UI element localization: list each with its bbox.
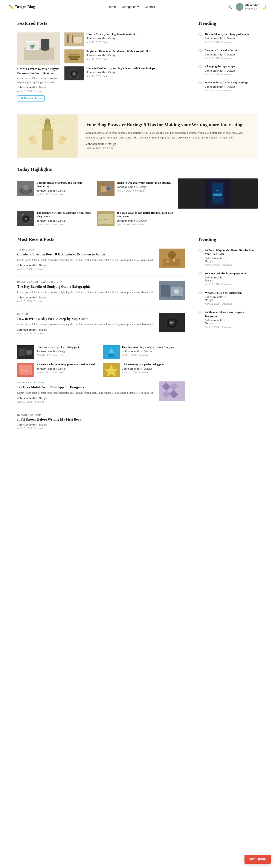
trending-bottom-item[interactable]: 04. 18 Photo & Video Ideas to Spark Insp… (198, 311, 258, 330)
highlight-item-img[interactable]: Classic (178, 179, 258, 209)
trending-info-2: 5 ways to fix a leaky faucet Johnson smi… (205, 49, 237, 61)
featured-item-author-1: Johnson smith in Design (87, 37, 140, 40)
recent-article-sports[interactable]: SPORTS AND FITNESS Ivy Goes Mobile With … (17, 381, 185, 409)
recent-col: Most Recent Posts TECHNOLOGY Curated Col… (17, 237, 185, 440)
user-info: Alexander Blog Writer (245, 3, 259, 10)
featured-item-title-3: Home to Customize your blog's theme with… (87, 66, 155, 70)
article-2-content: BASED ON YOUR READING HISTORY The Key Be… (17, 281, 156, 304)
article-2-excerpt: Lorem ipsum dolor sit amet consectetur a… (17, 290, 156, 294)
featured-item-meta-3: April 13, 2020 6min read (87, 75, 155, 78)
svg-rect-16 (70, 59, 78, 60)
svg-rect-23 (42, 129, 53, 150)
small-card-title-2: How to run a Blog lead generation Analys… (122, 345, 174, 349)
trending-bottom-item[interactable]: 02. How to Optimize for on-page SEO. Joh… (198, 272, 258, 287)
svg-rect-15 (68, 56, 80, 58)
search-icon[interactable]: 🔍 (228, 5, 232, 9)
svg-rect-81 (108, 353, 114, 358)
recent-article-1[interactable]: TECHNOLOGY Curated Collection Post : 8 E… (17, 249, 185, 277)
trending-item[interactable]: 04. Write an intro (make it captivating)… (198, 81, 258, 94)
dark-mode-icon[interactable]: 🌙 (262, 5, 266, 9)
banner-author: Johnson smith in Design (86, 143, 249, 146)
highlight-title-2: Home to Organize your content in an outl… (117, 181, 171, 185)
featured-list-img-3 (64, 66, 84, 81)
trending-bottom-list: 01. 10 Fresh Ways to Get Better Results … (198, 249, 258, 330)
highlight-img-4: NIKON (17, 211, 34, 226)
trending-list: 01. How to Identify first blog post's to… (198, 32, 258, 94)
trending-item[interactable]: 03. Changing the topic scope Johnson smi… (198, 65, 258, 78)
small-card-1[interactable]: Home to write High-Level blog posts John… (17, 345, 99, 359)
trending-top-col: Trending 01. How to Identify first blog … (198, 21, 258, 106)
svg-text:NIKON: NIKON (22, 214, 27, 216)
trending-item[interactable]: 02. 5 ways to fix a leaky faucet Johnson… (198, 49, 258, 61)
banner-meta: April 13, 2020 6min read (86, 147, 249, 149)
featured-item-info-3: Home to Customize your blog's theme with… (87, 66, 155, 79)
trending-info-4: Write an intro (make it captivating). Jo… (205, 81, 248, 94)
featured-trending-section: Featured Posts (17, 21, 258, 106)
featured-big-title: How to Create Detailed Buyer Personas fo… (17, 67, 60, 75)
banner-svg (20, 116, 75, 157)
article-1-content: TECHNOLOGY Curated Collection Post : 8 E… (17, 249, 156, 272)
trending-item[interactable]: 01. How to Identify first blog post's to… (198, 32, 258, 45)
featured-top: How to Create Detailed Buyer Personas fo… (17, 32, 185, 101)
nav-home[interactable]: Home (108, 5, 116, 9)
recent-article-3[interactable]: CULTURE How to Write a Blog Post: A Step… (17, 313, 185, 341)
nav-contact[interactable]: Contact (145, 5, 155, 9)
svg-point-70 (174, 289, 179, 294)
featured-big-info: How to Create Detailed Buyer Personas fo… (17, 67, 60, 101)
small-card-4[interactable]: The Anatomy of a perfect Blog post Johns… (103, 363, 185, 377)
list-item[interactable]: Home to Customize your blog's theme with… (64, 66, 155, 81)
pen-icon: ✏️ (9, 4, 14, 9)
highlights-grid: Edit/proofread your post, and fix your f… (17, 179, 258, 230)
svg-text:BLOG: BLOG (22, 369, 27, 371)
featured-item-info-1: How to Create your blog domain make it l… (87, 32, 140, 45)
trending-bottom-item[interactable]: 01. 10 Fresh Ways to Get Better Results … (198, 249, 258, 268)
small-card-info-3: 9 Reasons why your Blog posts are Hard t… (37, 363, 95, 375)
small-card-img-1 (17, 345, 34, 359)
nav-categories[interactable]: Categories ▾ (122, 5, 139, 9)
trending-bottom-title: Trending (198, 237, 216, 244)
featured-big-image (17, 32, 60, 65)
featured-title: Featured Posts (17, 21, 47, 28)
small-card-img-2 (103, 345, 120, 359)
svg-point-50 (216, 203, 219, 205)
logo-text: Design Blog (15, 5, 35, 9)
featured-item-info-2: Register a Domain or Subdomain With a We… (87, 50, 151, 62)
site-logo[interactable]: ✏️ Design Blog (9, 4, 35, 9)
all-featured-btn[interactable]: All Featured Posts (17, 95, 45, 101)
highlight-item[interactable]: Home to Organize your content in an outl… (97, 179, 177, 209)
featured-big-post[interactable]: How to Create Detailed Buyer Personas fo… (17, 32, 60, 101)
highlight-item[interactable]: Blog Tips 10 Fresh Ways to Get Better Re… (97, 209, 177, 230)
article-2-img (159, 281, 185, 300)
banner-section[interactable]: Your Blog Posts are Boring: 9 Tips for M… (17, 114, 258, 158)
featured-list-img-1 (64, 32, 84, 46)
small-card-title-1: Home to write High-Level blog posts (37, 345, 80, 349)
list-item[interactable]: Register a Domain or Subdomain With a We… (64, 50, 155, 63)
highlights-section: Today Highlights Edit/proofread your pos… (17, 166, 258, 230)
highlight-info-4: The Beginner's Guide to Starting a Succe… (37, 211, 95, 227)
svg-rect-49 (212, 183, 223, 203)
small-card-img-4 (103, 363, 120, 377)
highlight-item[interactable]: NIKON The Beginner's Guide to Starting a… (17, 209, 97, 230)
highlight-img-2 (97, 181, 114, 196)
highlight-title-5: 10 Fresh Ways to Get Better Results From… (117, 211, 175, 218)
small-card-2[interactable]: How to run a Blog lead generation Analys… (103, 345, 185, 359)
trending-info-1: How to Identify first blog post's topic … (205, 32, 249, 45)
highlight-item[interactable]: Edit/proofread your post, and fix your f… (17, 179, 97, 209)
svg-text:Blog Tips: Blog Tips (100, 218, 107, 220)
highlight-title-4: The Beginner's Guide to Starting a Succe… (37, 211, 95, 218)
trending-bottom-title-3: What to Post on the Instagram (205, 291, 242, 295)
recent-title: Most Recent Posts (17, 237, 54, 244)
recent-article-2[interactable]: BASED ON YOUR READING HISTORY The Key Be… (17, 281, 185, 309)
recent-article-health[interactable]: HEALTH AND FOOD If I'd Known Before Writ… (17, 414, 185, 436)
article-2-title: The Key Benefits of Studying Online [Inf… (17, 284, 156, 289)
user-avatar-block: A Alexander Blog Writer (236, 3, 259, 11)
small-card-3[interactable]: BLOG 9 Reasons why your Blog posts are H… (17, 363, 99, 377)
trending-bottom-item[interactable]: 03. What to Post on the Instagram Johnso… (198, 291, 258, 307)
featured-big-author: Johnson smith in Design (17, 86, 60, 89)
trending-bottom-title-2: How to Optimize for on-page SEO. (205, 272, 247, 275)
article-sports-img (159, 381, 185, 401)
list-item[interactable]: How to Create your blog domain make it l… (64, 32, 155, 46)
trending-bottom-title-4: 18 Photo & Video Ideas to Spark Inspirat… (205, 311, 258, 318)
article-sports-title: Ivy Goes Mobile With New App for Designe… (17, 385, 156, 390)
trending-info-3: Changing the topic scope Johnson smith i… (205, 65, 235, 78)
